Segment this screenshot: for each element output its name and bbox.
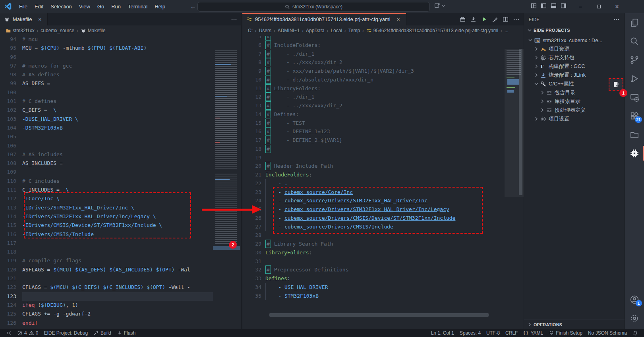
status-language-mode[interactable]: { }YAML [520,329,546,337]
status-eide-project-mode[interactable]: EIDE Project: Debug [41,329,91,337]
code-line-123[interactable]: 123 [0,292,213,301]
menu-go[interactable]: Go [94,2,108,11]
code-line-96[interactable]: 96 [0,53,213,62]
code-line-104[interactable]: 104-DSTM32F103xB [0,124,213,132]
code-line-8[interactable]: 8# - ../xxx/xxx/dir_2 [242,58,506,67]
breadcrumb-item[interactable]: Users [259,28,271,33]
code-line-9[interactable]: 9# - xxx/variable/path/${VAR1}/${VAR2}/d… [242,67,506,76]
close-button[interactable]: × [608,0,626,13]
status-build[interactable]: Build [91,329,114,337]
menu-help[interactable]: Help [151,2,169,11]
tree-item-库搜索目录[interactable]: 库搜索目录 [524,97,625,106]
code-line-103[interactable]: 103-DUSE_HAL_DRIVER \ [0,115,213,124]
editor-yaml[interactable]: 5#6# IncludeFolders:7# - ./dir_18# - ../… [242,36,524,329]
code-line-13[interactable]: 13# - ../xxx/xxx/dir_2 [242,101,506,110]
build-task-button[interactable] [459,16,466,23]
activity-accounts[interactable]: 1 [625,290,644,309]
tree-item-stm32f1xx_cubemx-de...[interactable]: stm32f1xx_cubemx : De... [524,36,625,45]
status-finish-setup[interactable]: Finish Setup [546,329,585,337]
more-actions-icon[interactable] [613,16,620,23]
code-line-107[interactable]: 107# AS includes [0,150,213,159]
code-line-118[interactable]: 118 [0,248,213,256]
modify-attributes-button[interactable] [609,78,623,91]
activity-search[interactable] [625,32,644,50]
status-eol[interactable]: CRLF [503,329,520,337]
code-line-21[interactable]: 21IncludeFolders: [242,170,506,179]
breadcrumb[interactable]: C:›Users›ADMINI~1›AppData›Local›Temp›954… [242,25,524,36]
code-line-101[interactable]: 101# C defines [0,97,213,106]
code-line-110[interactable]: 110# C includes [0,177,213,186]
tab-yaml-config[interactable]: 95462f4ffdb3da3811ca0db0b7157413.eide.pr… [242,13,406,25]
breadcrumb-item[interactable]: ADMINI~1 [278,28,300,33]
breadcrumb-item[interactable]: AppData [306,28,325,33]
status-problems[interactable]: 40 [14,329,41,337]
maximize-button[interactable] [590,0,608,13]
vertical-scrollbar[interactable] [519,49,522,195]
menu-terminal[interactable]: Terminal [124,2,151,11]
code-line-94[interactable]: 94# mcu [0,36,213,44]
status-notifications[interactable] [630,329,641,337]
code-line-116[interactable]: 116-IDrivers/CMSIS/Include [0,230,213,239]
toggle-primary-sidebar-button[interactable] [540,2,547,9]
toggle-terminal-dropdown[interactable] [434,2,446,9]
tree-item-预处理器定义[interactable]: 预处理器定义 [524,106,625,114]
code-line-34[interactable]: 34 - USE_HAL_DRIVER [242,283,506,292]
toggle-secondary-sidebar-button[interactable] [560,2,567,9]
code-line-111[interactable]: 111C_INCLUDES = \ [0,186,213,194]
breadcrumb-item[interactable]: 95462f4ffdb3da3811ca0db0b7157413.eide.pr… [366,28,498,33]
tree-item-构建配置-gcc[interactable]: T构建配置 : GCC [524,62,625,71]
status-json-schema[interactable]: No JSON Schema [585,329,630,337]
status-flash[interactable]: Flash [114,329,138,337]
download-program-button[interactable] [470,16,477,23]
code-line-22[interactable]: 22 - . [242,179,506,188]
code-line-31[interactable]: 31 [242,257,506,266]
code-line-105[interactable]: 105 [0,132,213,141]
code-line-98[interactable]: 98# AS defines [0,70,213,79]
code-line-109[interactable]: 109 [0,168,213,176]
code-line-102[interactable]: 102C_DEFS = \ [0,106,213,114]
code-line-10[interactable]: 10# - d:/absolute/path/xxx/dir_n [242,76,506,84]
minimap[interactable] [213,48,240,329]
code-line-24[interactable]: 24 - cubemx_source/Drivers/STM32F1xx_HAL… [242,196,506,205]
code-line-25[interactable]: 25 - cubemx_source/Drivers/STM32F1xx_HAL… [242,205,506,214]
code-line-14[interactable]: 14# Defines: [242,110,506,119]
customize-layout-button[interactable] [530,2,537,9]
activity-settings[interactable] [625,309,644,327]
status-cursor-position[interactable]: Ln 1, Col 1 [428,329,457,337]
code-line-99[interactable]: 99AS_DEFS = [0,79,213,88]
menu-selection[interactable]: Selection [47,2,75,11]
back-arrow-icon[interactable]: ← [190,3,197,10]
code-line-15[interactable]: 15# - TEST [242,119,506,128]
code-line-114[interactable]: 114-IDrivers/STM32F1xx_HAL_Driver/Inc/Le… [0,212,213,221]
breadcrumb-item[interactable]: cubemx_source [41,28,74,33]
code-line-20[interactable]: 20# Header Include Path [242,162,506,170]
menu-run[interactable]: Run [108,2,124,11]
activity-source-control[interactable] [625,50,644,69]
activity-eide[interactable] [625,144,644,163]
code-line-18[interactable]: 18# [242,145,506,153]
more-actions-icon[interactable] [231,16,237,23]
tree-item-项目资源[interactable]: 项目资源 [524,45,625,53]
activity-extensions[interactable]: 21 [625,107,644,125]
code-line-6[interactable]: 6# IncludeFolders: [242,41,506,50]
horizontal-scrollbar[interactable] [269,313,489,317]
code-line-17[interactable]: 17# - DEFINE_2=${VAR1} [242,136,506,145]
code-line-29[interactable]: 29# Library Search Path [242,240,506,248]
activity-explorer[interactable] [625,13,644,32]
code-line-7[interactable]: 7# - ./dir_1 [242,50,506,58]
code-line-30[interactable]: 30LibraryFolders: [242,248,506,257]
code-line-113[interactable]: 113-IDrivers/STM32F1xx_HAL_Driver/Inc \ [0,203,213,212]
code-line-108[interactable]: 108AS_INCLUDES = [0,159,213,168]
code-line-124[interactable]: 124ifeq ($(DEBUG), 1) [0,301,213,310]
status-indentation[interactable]: Spaces: 4 [457,329,483,337]
code-line-26[interactable]: 26 - cubemx_source/Drivers/CMSIS/Device/… [242,214,506,223]
activity-run-debug[interactable] [625,69,644,88]
close-icon[interactable]: × [36,16,43,23]
code-line-100[interactable]: 100 [0,88,213,97]
breadcrumb-item[interactable]: Local [331,28,342,33]
breadcrumb-item[interactable]: C: [248,28,253,33]
breadcrumb-item[interactable]: ... [505,28,509,33]
tab-makefile[interactable]: Makefile × [0,13,48,25]
code-line-115[interactable]: 115-IDrivers/CMSIS/Device/ST/STM32F1xx/I… [0,221,213,230]
code-line-16[interactable]: 16# - DEFINE_1=123 [242,127,506,136]
